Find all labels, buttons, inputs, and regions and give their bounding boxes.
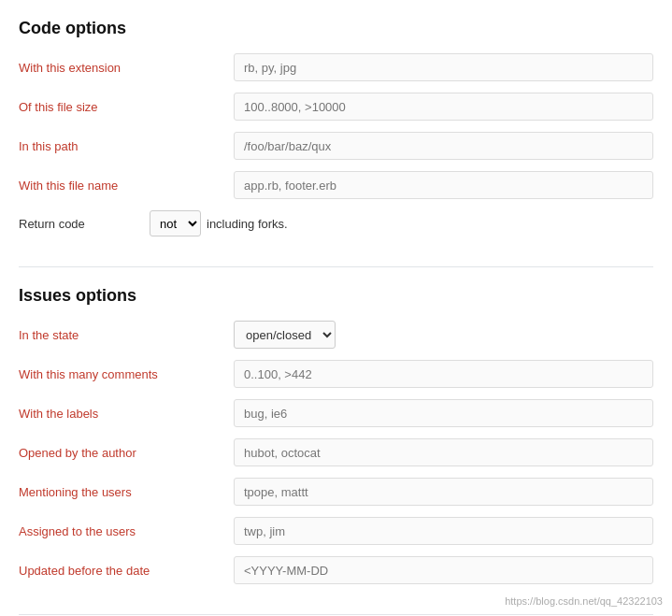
- file-size-label: Of this file size: [19, 100, 234, 114]
- issues-options-title: Issues options: [19, 286, 653, 306]
- mentioning-label: Mentioning the users: [19, 485, 234, 499]
- return-code-select[interactable]: not all any: [150, 210, 201, 236]
- comments-row: With this many comments: [19, 360, 653, 388]
- author-row: Opened by the author: [19, 438, 653, 466]
- path-label: In this path: [19, 139, 234, 153]
- author-input[interactable]: [234, 438, 653, 466]
- path-row: In this path: [19, 132, 653, 160]
- code-options-section: Code options With this extension Of this…: [19, 19, 653, 267]
- return-code-label: Return code: [19, 217, 150, 231]
- extension-input[interactable]: [234, 53, 653, 81]
- file-size-input[interactable]: [234, 93, 653, 121]
- labels-row: With the labels: [19, 399, 653, 427]
- assigned-input[interactable]: [234, 517, 653, 545]
- filename-row: With this file name: [19, 171, 653, 199]
- labels-label: With the labels: [19, 407, 234, 421]
- extension-label: With this extension: [19, 61, 234, 75]
- date-row: Updated before the date: [19, 556, 653, 584]
- issues-options-section: Issues options In the state open/closed …: [19, 286, 653, 615]
- mentioning-row: Mentioning the users: [19, 478, 653, 506]
- assigned-row: Assigned to the users: [19, 517, 653, 545]
- state-label: In the state: [19, 328, 234, 342]
- return-code-suffix: including forks.: [207, 217, 288, 231]
- date-input[interactable]: [234, 556, 653, 584]
- date-label: Updated before the date: [19, 564, 234, 578]
- mentioning-input[interactable]: [234, 478, 653, 506]
- author-label: Opened by the author: [19, 446, 234, 460]
- filename-input[interactable]: [234, 171, 653, 199]
- comments-label: With this many comments: [19, 367, 234, 381]
- labels-input[interactable]: [234, 399, 653, 427]
- file-size-row: Of this file size: [19, 93, 653, 121]
- state-row: In the state open/closed open closed: [19, 321, 653, 349]
- state-select[interactable]: open/closed open closed: [234, 321, 336, 349]
- watermark: https://blog.csdn.net/qq_42322103: [505, 595, 663, 607]
- filename-label: With this file name: [19, 179, 234, 193]
- extension-row: With this extension: [19, 53, 653, 81]
- comments-input[interactable]: [234, 360, 653, 388]
- return-code-row: Return code not all any including forks.: [19, 210, 653, 236]
- path-input[interactable]: [234, 132, 653, 160]
- assigned-label: Assigned to the users: [19, 524, 234, 538]
- code-options-title: Code options: [19, 19, 653, 38]
